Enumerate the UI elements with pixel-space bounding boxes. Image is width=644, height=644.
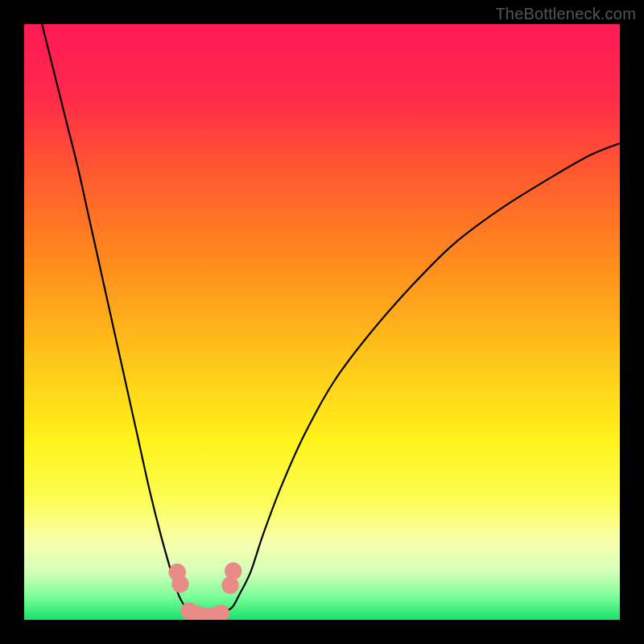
chart-background-gradient (24, 24, 620, 620)
chart-svg (24, 24, 620, 620)
marker-right-outer (225, 563, 242, 580)
marker-right-inner (221, 576, 238, 593)
marker-left-inner (171, 576, 188, 592)
brand-watermark: TheBottleneck.com (495, 5, 636, 23)
chart-plot-area (24, 24, 620, 620)
